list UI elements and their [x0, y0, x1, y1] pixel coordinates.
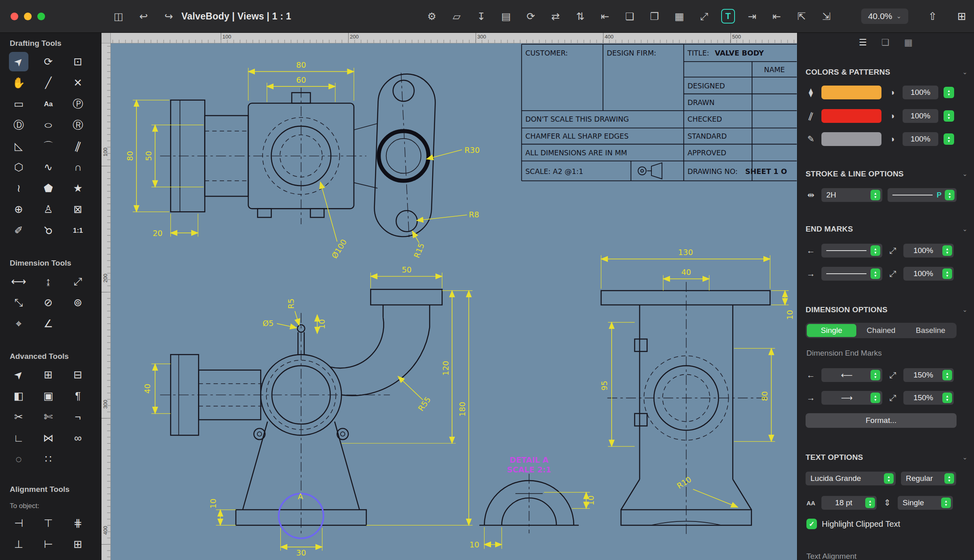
detail-a-view[interactable]: DETAIL A SCALE 2:1 10 10 — [470, 455, 596, 550]
lasso-tool[interactable]: ◌ — [9, 449, 28, 469]
title-block-text[interactable]: CUSTOMER: DESIGN FIRM: TITLE: VALVE BODY… — [525, 49, 787, 176]
resize-icon[interactable]: ⤢ — [888, 269, 898, 279]
select-tool[interactable]: ➤ — [9, 52, 28, 71]
chevron-down-icon[interactable]: ⌄ — [962, 454, 968, 461]
window-layout-icon[interactable]: ⊞ — [952, 6, 972, 26]
dim-diameter-tool[interactable]: ⊘ — [39, 293, 58, 312]
print-icon[interactable]: ▤ — [498, 7, 514, 25]
stepper-icon[interactable] — [941, 498, 951, 508]
flip-vertical-icon[interactable]: ⇅ — [573, 7, 588, 25]
combine-shapes-tool[interactable]: ◧ — [9, 386, 28, 406]
circle-tool[interactable]: Ⓓ — [9, 115, 28, 135]
marquee-tool[interactable]: ⊡ — [68, 52, 88, 71]
pen-opacity-field[interactable]: 100% — [903, 132, 938, 146]
redo-icon[interactable]: ↪ — [161, 7, 177, 25]
link-tool[interactable]: ∞ — [68, 428, 88, 448]
split-tool[interactable]: ✄ — [39, 407, 58, 427]
chamfer-tool[interactable]: ∟ — [9, 428, 28, 448]
polygon-tool[interactable]: ⬡ — [9, 157, 28, 177]
align-objects-icon[interactable]: ⇤ — [597, 7, 613, 25]
text-frame-icon[interactable]: T — [721, 9, 735, 24]
share-icon[interactable]: ⇧ — [923, 6, 942, 26]
start-mark-scale-field[interactable]: 100% — [903, 244, 954, 257]
end-mark-scale-field[interactable]: 100% — [903, 267, 954, 281]
pen-opacity-stepper[interactable] — [944, 133, 954, 145]
line-style-select[interactable]: P — [888, 188, 957, 202]
stepper-icon[interactable] — [942, 268, 952, 279]
rotate-tool[interactable]: ⟳ — [39, 52, 58, 71]
distribute-horizontal-tool[interactable]: ⋕ — [68, 513, 88, 533]
segment-chained[interactable]: Chained — [856, 324, 906, 337]
fill-opacity-stepper[interactable] — [944, 87, 954, 98]
valve-body-drawing[interactable]: 80 60 80 50 20 R30 R8 Ø100 R15 — [110, 43, 797, 560]
actual-size-tool[interactable]: 1:1 — [68, 221, 88, 240]
contrast-icon[interactable]: ◑ — [887, 111, 897, 121]
table-icon[interactable]: ▦ — [672, 7, 687, 25]
duplicate-shapes-tool[interactable]: ▣ — [39, 386, 58, 406]
rectangle-tool[interactable]: ▭ — [9, 94, 28, 114]
double-line-tool[interactable]: ∥ — [68, 136, 88, 156]
right-view[interactable] — [601, 282, 770, 536]
mirror-tool[interactable]: ⋈ — [39, 428, 58, 448]
text-tool[interactable]: Aa — [39, 94, 58, 114]
stepper-icon[interactable] — [942, 245, 952, 256]
start-mark-select[interactable] — [821, 244, 882, 257]
pen-color-swatch[interactable] — [821, 132, 881, 146]
maximize-button[interactable] — [37, 13, 45, 20]
fillet-tool[interactable]: ⌐ — [68, 407, 88, 427]
arc-tool[interactable]: ⌒ — [39, 136, 58, 156]
chevron-down-icon[interactable]: ⌄ — [962, 69, 968, 76]
font-size-field[interactable]: 18 pt — [821, 496, 877, 510]
resize-icon[interactable]: ⤢ — [888, 370, 898, 380]
chevron-down-icon[interactable]: ⌄ — [962, 170, 968, 178]
dim-radius-tool[interactable]: ⊚ — [68, 293, 88, 312]
stepper-icon[interactable] — [871, 268, 880, 279]
drawing-sheet[interactable]: 80 60 80 50 20 R30 R8 Ø100 R15 — [110, 43, 797, 560]
zoom-control[interactable]: 40.0% ⌄ — [861, 9, 908, 24]
centerpoint-tool[interactable]: ⊕ — [9, 200, 28, 219]
stroke-color-swatch[interactable] — [821, 109, 881, 123]
trim-tool[interactable]: ✂ — [9, 407, 28, 427]
wedge-tool[interactable]: ◺ — [9, 136, 28, 156]
pan-tool[interactable]: ✋ — [9, 73, 28, 92]
tab-style-inspector[interactable]: ☰ — [859, 37, 867, 48]
stepper-icon[interactable] — [942, 370, 952, 380]
ungroup-icon[interactable]: ❐ — [647, 7, 662, 25]
line-tool[interactable]: ╱ — [39, 73, 58, 92]
star-tool[interactable]: ★ — [68, 178, 88, 198]
dimension-line-icon[interactable]: ⤢ — [696, 7, 712, 25]
group-icon[interactable]: ❏ — [622, 7, 638, 25]
stroke-opacity-field[interactable]: 100% — [903, 109, 938, 123]
pentagon-tool[interactable]: ⬟ — [39, 178, 58, 198]
symbol-tool[interactable]: ⊠ — [68, 200, 88, 219]
dim-end-mark-select[interactable]: ⟶ — [821, 391, 882, 405]
fill-color-swatch[interactable] — [821, 86, 881, 99]
stepper-icon[interactable] — [942, 393, 952, 403]
pen-weight-select[interactable]: 2H — [821, 188, 882, 202]
front-view[interactable] — [160, 73, 436, 238]
stepper-icon[interactable] — [944, 473, 954, 484]
tab-layers-inspector[interactable]: ❏ — [881, 37, 890, 48]
align-right-tool[interactable]: ⊢ — [39, 534, 58, 554]
rotate-object-icon[interactable]: ⟳ — [523, 7, 539, 25]
dim-end-scale-field[interactable]: 150% — [903, 391, 954, 405]
stepper-icon[interactable] — [865, 498, 875, 508]
contrast-icon[interactable]: ◑ — [887, 88, 897, 97]
segment-single[interactable]: Single — [807, 324, 856, 337]
ellipse-tool[interactable]: ○ — [39, 115, 58, 135]
highlight-clipped-checkbox[interactable]: ✓ — [806, 519, 817, 529]
stepper-icon[interactable] — [871, 370, 880, 380]
font-family-select[interactable]: Lucida Grande — [806, 472, 896, 485]
dim-center-mark-tool[interactable]: ⌖ — [9, 314, 28, 333]
stroke-opacity-stepper[interactable] — [944, 110, 954, 122]
construction-line-tool[interactable]: ✕ — [68, 73, 88, 92]
dim-style-3-icon[interactable]: ⇱ — [794, 7, 809, 25]
tab-grid-inspector[interactable]: ▦ — [904, 37, 913, 48]
parallelogram-tool[interactable]: Ⓟ — [68, 94, 88, 114]
dim-start-scale-field[interactable]: 150% — [903, 368, 954, 382]
rounded-rect-tool[interactable]: Ⓡ — [68, 115, 88, 135]
stepper-icon[interactable] — [871, 245, 880, 256]
drawing-canvas-area[interactable]: 100 200 300 400 500 100 200 300 400 — [101, 32, 797, 560]
eyedropper-tool[interactable]: ✐ — [9, 221, 28, 240]
dim-angle-tool[interactable]: ∠ — [39, 314, 58, 333]
